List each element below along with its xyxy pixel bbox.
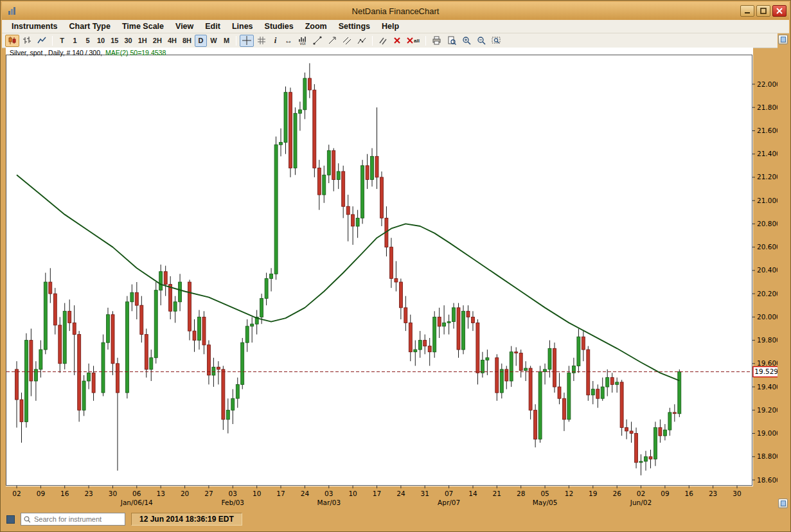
scroll-arrows-button[interactable]: ↔ — [282, 35, 295, 47]
parallel-channel-button[interactable] — [340, 35, 354, 47]
svg-text:10: 10 — [348, 490, 357, 497]
svg-text:27: 27 — [204, 490, 213, 497]
ohlc-chart-button[interactable] — [20, 35, 34, 47]
maximize-button[interactable] — [756, 5, 770, 17]
svg-text:Apr/07: Apr/07 — [438, 499, 460, 506]
close-button[interactable] — [772, 5, 787, 17]
timeframe-30m-button[interactable]: 30 — [122, 35, 135, 47]
menu-settings[interactable]: Settings — [333, 21, 376, 32]
print-button[interactable] — [429, 35, 444, 47]
svg-text:07: 07 — [445, 490, 453, 497]
menu-view[interactable]: View — [170, 21, 199, 32]
menu-edit[interactable]: Edit — [199, 21, 226, 32]
svg-text:19.5297: 19.5297 — [754, 368, 779, 375]
svg-text:09: 09 — [37, 490, 45, 497]
candlestick-chart-button[interactable] — [5, 35, 19, 47]
scroll-bottom-button[interactable] — [778, 499, 788, 508]
toolbar-separator — [236, 36, 236, 46]
svg-text:23: 23 — [84, 490, 93, 497]
ray-line-button[interactable] — [325, 35, 339, 47]
timeframe-10m-button[interactable]: 10 — [94, 35, 107, 47]
menu-chart-type[interactable]: Chart Type — [64, 21, 116, 32]
svg-text:03: 03 — [229, 490, 237, 497]
grid-button[interactable] — [254, 35, 269, 47]
svg-text:21.2000: 21.2000 — [757, 173, 779, 181]
svg-text:30: 30 — [109, 490, 117, 497]
svg-text:13: 13 — [157, 490, 165, 497]
zoom-in-button[interactable] — [459, 35, 474, 47]
delete-all-lines-button[interactable]: all — [404, 35, 422, 47]
timeframe-5m-button[interactable]: 5 — [82, 35, 94, 47]
svg-text:05: 05 — [540, 490, 549, 497]
info-icon: i — [274, 35, 277, 46]
zoom-out-button[interactable] — [474, 35, 488, 47]
search-icon — [24, 516, 30, 523]
svg-text:17: 17 — [276, 490, 285, 497]
svg-text:19.4000: 19.4000 — [757, 383, 779, 391]
minimize-button[interactable] — [740, 5, 754, 17]
toolbar-separator — [52, 36, 53, 46]
svg-text:26: 26 — [613, 490, 622, 497]
timeframe-4h-button[interactable]: 4H — [165, 35, 179, 47]
svg-text:21: 21 — [493, 490, 501, 497]
timeframe-15m-button[interactable]: 15 — [108, 35, 121, 47]
svg-text:22.0000: 22.0000 — [757, 80, 779, 88]
svg-text:09: 09 — [661, 490, 669, 497]
svg-text:18.6000: 18.6000 — [757, 476, 779, 484]
timeframe-daily-button[interactable]: D — [195, 35, 207, 47]
svg-text:20.8000: 20.8000 — [757, 220, 779, 227]
timeframe-1m-button[interactable]: 1 — [69, 35, 81, 47]
legend-study-text: MAE(2) 50=19.4538 — [105, 49, 166, 57]
timeframe-1h-button[interactable]: 1H — [136, 35, 150, 47]
svg-text:02: 02 — [637, 490, 645, 497]
svg-text:17: 17 — [373, 490, 381, 497]
svg-text:24: 24 — [301, 490, 310, 497]
instrument-search-box[interactable] — [21, 513, 125, 526]
svg-text:21.0000: 21.0000 — [757, 197, 779, 204]
polyline-tool-button[interactable] — [355, 35, 369, 47]
menu-help[interactable]: Help — [376, 21, 405, 32]
svg-text:28: 28 — [517, 490, 525, 497]
parallel-lines-button[interactable] — [376, 35, 390, 47]
title-bar[interactable]: NetDania FinanceChart — [2, 2, 789, 20]
price-chart-svg[interactable]: 22.000021.800021.600021.400021.200021.00… — [6, 55, 779, 508]
svg-text:06: 06 — [132, 490, 141, 497]
line-chart-button[interactable] — [35, 35, 49, 47]
svg-text:31: 31 — [421, 490, 429, 497]
svg-text:19: 19 — [589, 490, 597, 497]
timeframe-8h-button[interactable]: 8H — [180, 35, 194, 47]
svg-text:19.2000: 19.2000 — [757, 406, 779, 414]
svg-text:21.4000: 21.4000 — [757, 150, 779, 157]
instrument-search-input[interactable] — [33, 515, 122, 524]
menu-lines[interactable]: Lines — [226, 21, 259, 32]
svg-text:02: 02 — [12, 490, 21, 497]
info-button[interactable]: i — [269, 35, 281, 47]
svg-text:16: 16 — [685, 490, 694, 497]
svg-text:14: 14 — [468, 490, 477, 497]
right-scrollbar[interactable] — [778, 33, 789, 510]
main-toolbar: T 1 5 10 15 30 1H 2H 4H 8H D W M i ↔ vol — [2, 33, 789, 48]
window-title: NetDania FinanceChart — [2, 6, 789, 16]
menu-studies[interactable]: Studies — [259, 21, 299, 32]
volume-button[interactable]: vol — [296, 35, 310, 47]
svg-text:16: 16 — [60, 490, 69, 497]
status-bar: 12 Jun 2014 18:36:19 EDT — [2, 510, 789, 529]
svg-text:20.4000: 20.4000 — [757, 266, 779, 274]
timeframe-monthly-button[interactable]: M — [220, 35, 233, 47]
svg-text:21.6000: 21.6000 — [757, 127, 779, 134]
timestamp-panel: 12 Jun 2014 18:36:19 EDT — [131, 513, 242, 526]
timeframe-tick-button[interactable]: T — [56, 35, 68, 47]
menu-instruments[interactable]: Instruments — [6, 21, 64, 32]
scroll-top-button[interactable] — [778, 35, 788, 44]
trend-line-button[interactable] — [310, 35, 324, 47]
timeframe-2h-button[interactable]: 2H — [150, 35, 164, 47]
timeframe-weekly-button[interactable]: W — [208, 35, 220, 47]
menu-zoom[interactable]: Zoom — [299, 21, 333, 32]
delete-line-button[interactable] — [391, 35, 404, 47]
menu-time-scale[interactable]: Time Scale — [116, 21, 170, 32]
zoom-range-button[interactable] — [489, 35, 504, 47]
chart-legend: Silver, spot , Daily, # 140 / 300, MAE(2… — [10, 49, 166, 57]
print-preview-button[interactable] — [445, 35, 459, 47]
svg-text:20: 20 — [181, 490, 189, 497]
crosshair-button[interactable] — [240, 35, 254, 47]
